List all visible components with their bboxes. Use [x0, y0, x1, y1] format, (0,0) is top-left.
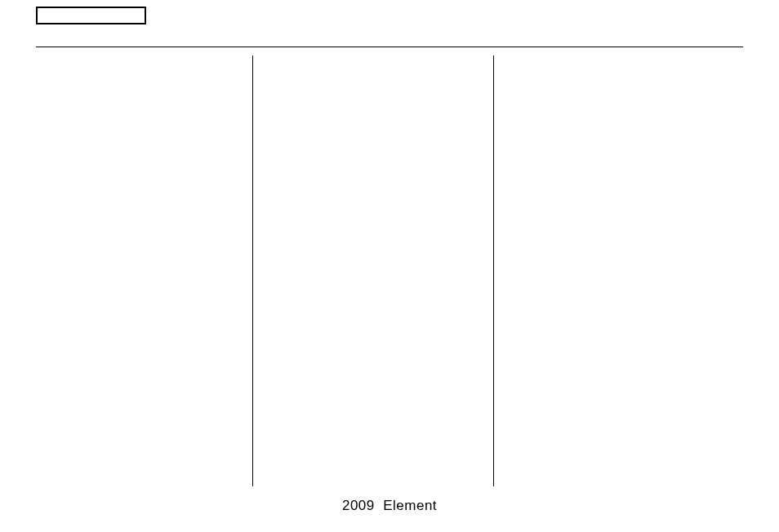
header-box	[36, 7, 146, 24]
page-container: 2009 Element	[0, 0, 779, 532]
column-middle	[252, 55, 494, 486]
footer-text: 2009 Element	[0, 498, 779, 514]
footer-model: Element	[383, 498, 437, 513]
column-left	[36, 55, 252, 486]
header-divider	[36, 47, 743, 47]
column-layout	[36, 55, 743, 486]
column-right	[494, 55, 743, 486]
footer-year: 2009	[342, 498, 375, 513]
